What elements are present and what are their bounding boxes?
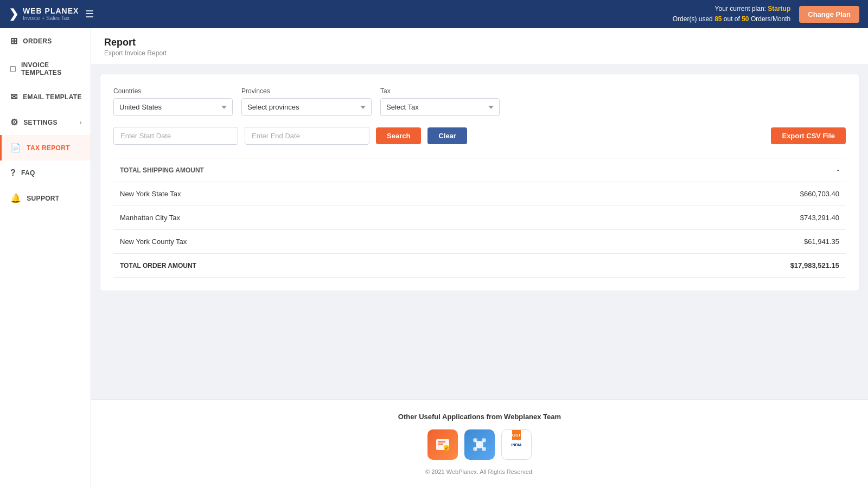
header-left: ❯ WEB PLANEX Invoice + Sales Tax ☰ <box>9 7 94 21</box>
table-row-ny-state: New York State Tax $660,703.40 <box>113 182 846 206</box>
filters-row: Countries United States Canada United Ki… <box>113 87 846 116</box>
sidebar-item-email-label: EMAIL TEMPLATE <box>23 93 81 101</box>
countries-label: Countries <box>113 87 233 95</box>
app-icon-2[interactable] <box>464 429 495 460</box>
provinces-filter: Provinces Select provinces <box>241 87 372 116</box>
report-card: Countries United States Canada United Ki… <box>100 74 859 291</box>
row-shipping-label: TOTAL SHIPPING AMOUNT <box>113 158 560 182</box>
sidebar-item-orders-label: ORDERS <box>23 37 52 45</box>
search-button[interactable]: Search <box>376 127 421 144</box>
footer-apps: ✓ <box>100 429 859 460</box>
row-ny-state-label: New York State Tax <box>113 182 560 206</box>
sidebar: ⊞ ORDERS □ INVOICE TEMPLATES ✉ EMAIL TEM… <box>0 28 91 488</box>
sidebar-item-support-label: SUPPORT <box>27 195 59 202</box>
svg-text:✓: ✓ <box>445 447 448 451</box>
page-subtitle: Export Invoice Report <box>104 49 855 57</box>
row-manhattan-label: Manhattan City Tax <box>113 206 560 230</box>
start-date-input[interactable] <box>113 127 238 145</box>
chevron-right-icon: › <box>80 119 82 126</box>
tax-label: Tax <box>380 87 500 95</box>
hamburger-icon[interactable]: ☰ <box>85 8 94 20</box>
row-total-label: TOTAL ORDER AMOUNT <box>113 254 560 278</box>
sidebar-item-email-template[interactable]: ✉ EMAIL TEMPLATE <box>0 84 91 110</box>
page-title: Report <box>104 37 855 48</box>
row-manhattan-value: $743,291.40 <box>560 206 846 230</box>
table-row-manhattan: Manhattan City Tax $743,291.40 <box>113 206 846 230</box>
app-icon-gst[interactable]: GST INDIA <box>501 429 532 460</box>
sidebar-item-support[interactable]: 🔔 SUPPORT <box>0 185 91 211</box>
app-body: ⊞ ORDERS □ INVOICE TEMPLATES ✉ EMAIL TEM… <box>0 28 868 488</box>
table-row-shipping: TOTAL SHIPPING AMOUNT - <box>113 158 846 182</box>
export-csv-button[interactable]: Export CSV File <box>771 127 846 144</box>
row-shipping-value: - <box>560 158 846 182</box>
sidebar-item-settings-label: SETTINGS <box>23 119 57 126</box>
sidebar-item-invoice-label: INVOICE TEMPLATES <box>21 61 82 76</box>
faq-icon: ? <box>10 168 16 178</box>
logo: ❯ WEB PLANEX Invoice + Sales Tax <box>9 7 79 21</box>
tax-filter: Tax Select Tax <box>380 87 500 116</box>
header-right: Your current plan: Startup Order(s) used… <box>673 4 859 24</box>
change-plan-button[interactable]: Change Plan <box>799 6 859 23</box>
orders-suffix: Orders/Month <box>751 15 790 23</box>
file-icon: □ <box>10 64 16 74</box>
logo-sub: Invoice + Sales Tax <box>23 15 79 21</box>
sidebar-item-faq[interactable]: ? FAQ <box>0 160 91 185</box>
report-icon: 📄 <box>10 143 21 153</box>
end-date-input[interactable] <box>245 127 369 145</box>
orders-used: 85 <box>714 15 722 23</box>
svg-rect-1 <box>438 441 445 442</box>
date-search-row: Search Clear Export CSV File <box>113 127 846 145</box>
content-spacer <box>91 300 868 399</box>
provinces-label: Provinces <box>241 87 372 95</box>
orders-limit: 50 <box>742 15 749 23</box>
sidebar-item-orders[interactable]: ⊞ ORDERS <box>0 28 91 54</box>
row-ny-county-label: New York County Tax <box>113 230 560 254</box>
email-icon: ✉ <box>10 92 17 102</box>
app-header: ❯ WEB PLANEX Invoice + Sales Tax ☰ Your … <box>0 0 868 28</box>
logo-icon: ❯ <box>9 7 18 21</box>
plan-name: Startup <box>768 5 790 12</box>
footer-section: Other Useful Applications from Webplanex… <box>91 399 868 488</box>
sidebar-item-invoice-templates[interactable]: □ INVOICE TEMPLATES <box>0 54 91 84</box>
table-row-ny-county: New York County Tax $61,941.35 <box>113 230 846 254</box>
report-table: TOTAL SHIPPING AMOUNT - New York State T… <box>113 158 846 278</box>
grid-icon: ⊞ <box>10 36 17 46</box>
table-row-total: TOTAL ORDER AMOUNT $17,983,521.15 <box>113 254 846 278</box>
page-header: Report Export Invoice Report <box>91 28 868 65</box>
logo-text: WEB PLANEX Invoice + Sales Tax <box>23 7 79 21</box>
sidebar-item-faq-label: FAQ <box>21 169 35 177</box>
provinces-select[interactable]: Select provinces <box>241 98 372 116</box>
row-ny-county-value: $61,941.35 <box>560 230 846 254</box>
row-ny-state-value: $660,703.40 <box>560 182 846 206</box>
app-icon-1[interactable]: ✓ <box>427 429 458 460</box>
countries-select[interactable]: United States Canada United Kingdom <box>113 98 233 116</box>
countries-filter: Countries United States Canada United Ki… <box>113 87 233 116</box>
main-content: Report Export Invoice Report Countries U… <box>91 28 868 488</box>
sidebar-item-tax-label: TAX REPORT <box>27 144 69 152</box>
row-total-value: $17,983,521.15 <box>560 254 846 278</box>
footer-apps-title: Other Useful Applications from Webplanex… <box>100 413 859 421</box>
svg-rect-2 <box>438 444 443 445</box>
gear-icon: ⚙ <box>10 117 18 127</box>
clear-button[interactable]: Clear <box>427 127 467 144</box>
bell-icon: 🔔 <box>10 193 21 203</box>
sidebar-item-tax-report[interactable]: 📄 TAX REPORT <box>0 135 91 160</box>
tax-select[interactable]: Select Tax <box>380 98 500 116</box>
plan-prefix-text: Your current plan: <box>715 5 766 12</box>
sidebar-item-settings[interactable]: ⚙ SETTINGS › <box>0 110 91 135</box>
logo-brand: WEB PLANEX <box>23 7 79 15</box>
plan-info: Your current plan: Startup Order(s) used… <box>673 4 790 24</box>
footer-copyright: © 2021 WebPlanex. All Rights Reserved. <box>100 468 859 475</box>
